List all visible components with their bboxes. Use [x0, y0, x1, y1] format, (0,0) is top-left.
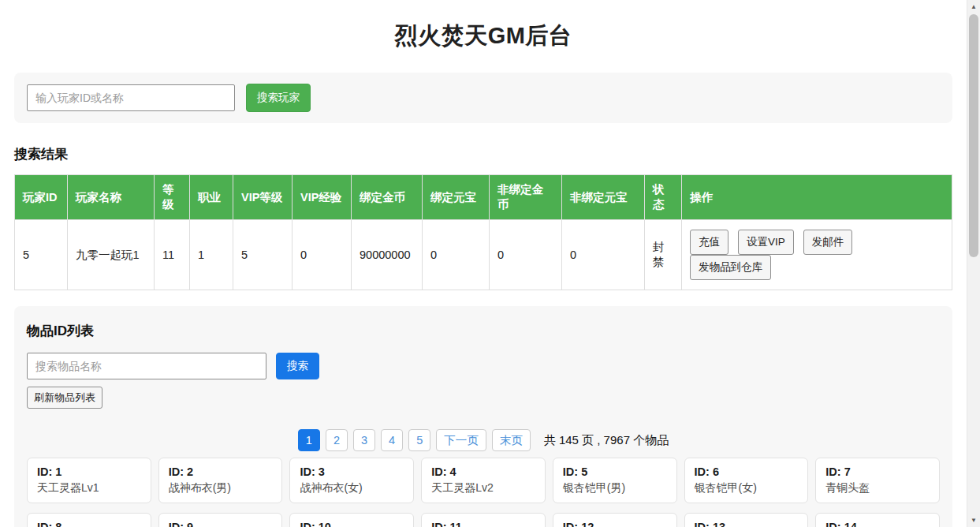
level-cell: 11: [155, 220, 190, 290]
item-id: ID: 6: [695, 465, 799, 478]
page-title: 烈火焚天GM后台: [14, 21, 952, 52]
column-header: 玩家ID: [15, 175, 68, 220]
item-id: ID: 2: [169, 465, 273, 478]
item-name: 青铜头盔: [825, 481, 930, 495]
items-heading: 物品ID列表: [27, 322, 940, 340]
search-player-button[interactable]: 搜索玩家: [246, 84, 311, 112]
page-button-2[interactable]: 2: [326, 429, 348, 451]
bound-gold-cell: 90000000: [352, 220, 423, 290]
player-table: 玩家ID玩家名称等级职业VIP等级VIP经验绑定金币绑定元宝非绑定金币非绑定元宝…: [14, 174, 952, 290]
scrollbar-thumb[interactable]: [969, 14, 978, 257]
item-card[interactable]: ID: 5 银杏铠甲(男): [553, 458, 677, 503]
page-button-5[interactable]: 5: [408, 429, 430, 451]
item-id: ID: 3: [300, 465, 404, 478]
item-id: ID: 13: [695, 521, 799, 527]
item-name: 战神布衣(男): [169, 481, 273, 495]
column-header: 非绑定金币: [490, 175, 562, 220]
column-header: 状态: [645, 175, 682, 220]
search-results-heading: 搜索结果: [14, 145, 952, 163]
page-button-1[interactable]: 1: [298, 429, 320, 451]
item-id: ID: 9: [169, 521, 273, 527]
player-id-cell: 5: [15, 220, 68, 290]
column-header: 玩家名称: [68, 175, 155, 220]
item-card[interactable]: ID: 7 青铜头盔: [815, 458, 940, 503]
item-card[interactable]: ID: 13 天工灵器Lv3: [684, 513, 809, 527]
job-cell: 1: [190, 220, 233, 290]
item-id: ID: 12: [563, 521, 667, 527]
page-button-4[interactable]: 4: [381, 429, 403, 451]
column-header: 非绑定元宝: [562, 175, 645, 220]
scroll-down-icon[interactable]: ▼: [967, 514, 980, 527]
player-name-cell: 九零一起玩1: [68, 220, 155, 290]
scrollbar[interactable]: ▲ ▼: [967, 0, 980, 527]
actions-cell: 充值 设置VIP 发邮件 发物品到仓库: [682, 220, 952, 290]
player-table-row: 5 九零一起玩1 11 1 5 0 90000000 0 0 0 封禁 充值 设…: [15, 220, 952, 290]
item-id: ID: 4: [431, 465, 535, 478]
pagination: 1 2 3 4 5 下一页 末页 共 145 页 , 7967 个物品: [27, 429, 940, 451]
items-panel: 物品ID列表 搜索 刷新物品列表 1 2 3 4 5 下一页 末页 共 145 …: [14, 306, 952, 527]
column-header: VIP经验: [293, 175, 352, 220]
item-card[interactable]: ID: 4 天工灵器Lv2: [421, 458, 546, 503]
last-page-button[interactable]: 末页: [492, 429, 531, 451]
item-id: ID: 5: [563, 465, 667, 478]
pagination-summary: 共 145 页 , 7967 个物品: [544, 433, 669, 448]
item-id: ID: 7: [825, 465, 930, 478]
player-table-header: 玩家ID玩家名称等级职业VIP等级VIP经验绑定金币绑定元宝非绑定金币非绑定元宝…: [15, 175, 952, 220]
item-card[interactable]: ID: 10 六方戒指: [289, 513, 414, 527]
send-item-to-warehouse-button[interactable]: 发物品到仓库: [690, 255, 771, 280]
column-header: 等级: [155, 175, 190, 220]
item-name: 战神布衣(女): [300, 481, 404, 495]
recharge-button[interactable]: 充值: [690, 230, 728, 255]
column-header: 操作: [682, 175, 952, 220]
item-name: 天工灵器Lv2: [431, 481, 535, 495]
next-page-button[interactable]: 下一页: [436, 429, 486, 451]
item-search-input[interactable]: [27, 353, 266, 379]
item-card[interactable]: ID: 11 兽纹腰带: [421, 513, 546, 527]
status-cell: 封禁: [645, 220, 682, 290]
player-search-input[interactable]: [27, 84, 235, 111]
player-search-panel: 搜索玩家: [14, 73, 952, 123]
column-header: VIP等级: [233, 175, 293, 220]
item-card[interactable]: ID: 12 矿洞靴子: [553, 513, 677, 527]
column-header: 绑定金币: [352, 175, 423, 220]
send-mail-button[interactable]: 发邮件: [803, 230, 853, 255]
item-name: 银杏铠甲(男): [563, 481, 667, 495]
page-button-3[interactable]: 3: [353, 429, 375, 451]
item-card[interactable]: ID: 9 铜制手镯: [158, 513, 283, 527]
bound-yuanbao-cell: 0: [423, 220, 490, 290]
item-id: ID: 1: [37, 465, 141, 478]
item-id: ID: 10: [300, 521, 404, 527]
item-name: 天工灵器Lv1: [37, 481, 141, 495]
column-header: 绑定元宝: [423, 175, 490, 220]
refresh-items-button[interactable]: 刷新物品列表: [27, 387, 102, 409]
item-card[interactable]: ID: 3 战神布衣(女): [289, 458, 414, 503]
item-card[interactable]: ID: 1 天工灵器Lv1: [27, 458, 151, 503]
item-card[interactable]: ID: 2 战神布衣(男): [158, 458, 283, 503]
item-search-row: 搜索: [27, 353, 940, 379]
page-container: 烈火焚天GM后台 搜索玩家 搜索结果 玩家ID玩家名称等级职业VIP等级VIP经…: [0, 21, 967, 527]
unbound-gold-cell: 0: [490, 220, 562, 290]
item-card[interactable]: ID: 6 银杏铠甲(女): [684, 458, 809, 503]
scroll-up-icon[interactable]: ▲: [967, 0, 980, 13]
item-id: ID: 14: [825, 521, 930, 527]
item-name: 银杏铠甲(女): [695, 481, 799, 495]
vip-exp-cell: 0: [293, 220, 352, 290]
item-card[interactable]: ID: 8 镀银项链: [27, 513, 151, 527]
item-card[interactable]: ID: 14 五兽豹服(男): [815, 513, 940, 527]
unbound-yuanbao-cell: 0: [562, 220, 645, 290]
item-search-button[interactable]: 搜索: [276, 353, 319, 379]
set-vip-button[interactable]: 设置VIP: [738, 230, 794, 255]
item-grid: ID: 1 天工灵器Lv1 ID: 2 战神布衣(男) ID: 3 战神布衣(女…: [27, 458, 940, 527]
item-id: ID: 8: [37, 521, 141, 527]
item-id: ID: 11: [431, 521, 535, 527]
column-header: 职业: [190, 175, 233, 220]
vip-level-cell: 5: [233, 220, 293, 290]
